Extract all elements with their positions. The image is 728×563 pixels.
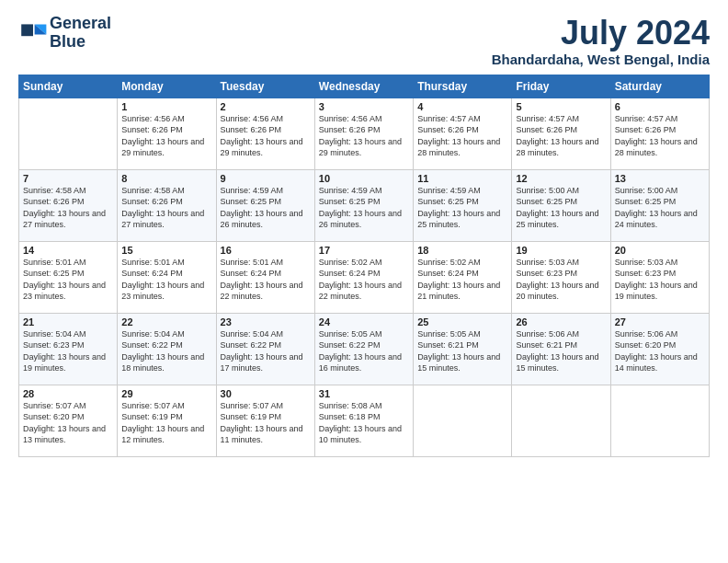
day-number: 20 bbox=[615, 245, 705, 256]
day-info: Sunrise: 4:58 AMSunset: 6:26 PMDaylight:… bbox=[121, 185, 211, 231]
table-row: 14Sunrise: 5:01 AMSunset: 6:25 PMDayligh… bbox=[19, 241, 118, 313]
day-info: Sunrise: 4:58 AMSunset: 6:26 PMDaylight:… bbox=[23, 185, 113, 231]
calendar-week-row: 28Sunrise: 5:07 AMSunset: 6:20 PMDayligh… bbox=[19, 385, 710, 456]
header-sunday: Sunday bbox=[19, 75, 118, 98]
table-row: 9Sunrise: 4:59 AMSunset: 6:25 PMDaylight… bbox=[216, 169, 314, 241]
logo: General Blue bbox=[18, 15, 111, 52]
logo-line2: Blue bbox=[50, 33, 111, 52]
day-number: 11 bbox=[417, 173, 507, 184]
table-row: 28Sunrise: 5:07 AMSunset: 6:20 PMDayligh… bbox=[19, 385, 118, 456]
day-number: 16 bbox=[221, 245, 311, 256]
month-title: July 2024 bbox=[492, 15, 710, 52]
day-number: 23 bbox=[221, 316, 311, 327]
table-row: 27Sunrise: 5:06 AMSunset: 6:20 PMDayligh… bbox=[610, 313, 709, 385]
day-number: 14 bbox=[23, 245, 113, 256]
header-tuesday: Tuesday bbox=[216, 75, 314, 98]
logo-text: General Blue bbox=[50, 15, 111, 52]
calendar-week-row: 21Sunrise: 5:04 AMSunset: 6:23 PMDayligh… bbox=[19, 313, 710, 385]
table-row bbox=[610, 385, 709, 456]
day-number: 28 bbox=[23, 388, 113, 399]
table-row: 31Sunrise: 5:08 AMSunset: 6:18 PMDayligh… bbox=[314, 385, 413, 456]
day-number: 10 bbox=[319, 173, 409, 184]
day-info: Sunrise: 5:07 AMSunset: 6:20 PMDaylight:… bbox=[23, 400, 113, 446]
table-row: 15Sunrise: 5:01 AMSunset: 6:24 PMDayligh… bbox=[118, 241, 216, 313]
table-row: 19Sunrise: 5:03 AMSunset: 6:23 PMDayligh… bbox=[512, 241, 610, 313]
day-info: Sunrise: 4:56 AMSunset: 6:26 PMDaylight:… bbox=[319, 113, 409, 159]
day-number: 15 bbox=[121, 245, 211, 256]
day-number: 4 bbox=[417, 101, 507, 112]
svg-rect-3 bbox=[21, 24, 33, 36]
day-info: Sunrise: 5:07 AMSunset: 6:19 PMDaylight:… bbox=[121, 400, 211, 446]
table-row: 7Sunrise: 4:58 AMSunset: 6:26 PMDaylight… bbox=[19, 169, 118, 241]
day-info: Sunrise: 4:59 AMSunset: 6:25 PMDaylight:… bbox=[319, 185, 409, 231]
table-row: 13Sunrise: 5:00 AMSunset: 6:25 PMDayligh… bbox=[610, 169, 709, 241]
table-row: 16Sunrise: 5:01 AMSunset: 6:24 PMDayligh… bbox=[216, 241, 314, 313]
day-number: 8 bbox=[121, 173, 211, 184]
day-number: 31 bbox=[319, 388, 409, 399]
table-row bbox=[19, 98, 118, 169]
table-row: 10Sunrise: 4:59 AMSunset: 6:25 PMDayligh… bbox=[314, 169, 413, 241]
table-row: 6Sunrise: 4:57 AMSunset: 6:26 PMDaylight… bbox=[610, 98, 709, 169]
day-info: Sunrise: 5:01 AMSunset: 6:25 PMDaylight:… bbox=[23, 257, 113, 303]
day-info: Sunrise: 5:00 AMSunset: 6:25 PMDaylight:… bbox=[615, 185, 705, 231]
table-row: 24Sunrise: 5:05 AMSunset: 6:22 PMDayligh… bbox=[314, 313, 413, 385]
table-row: 29Sunrise: 5:07 AMSunset: 6:19 PMDayligh… bbox=[118, 385, 216, 456]
day-info: Sunrise: 5:05 AMSunset: 6:22 PMDaylight:… bbox=[319, 328, 409, 374]
table-row: 30Sunrise: 5:07 AMSunset: 6:19 PMDayligh… bbox=[216, 385, 314, 456]
day-info: Sunrise: 5:04 AMSunset: 6:22 PMDaylight:… bbox=[121, 328, 211, 374]
table-row: 12Sunrise: 5:00 AMSunset: 6:25 PMDayligh… bbox=[512, 169, 610, 241]
day-info: Sunrise: 5:06 AMSunset: 6:20 PMDaylight:… bbox=[615, 328, 705, 374]
day-info: Sunrise: 5:01 AMSunset: 6:24 PMDaylight:… bbox=[221, 257, 311, 303]
day-info: Sunrise: 5:00 AMSunset: 6:25 PMDaylight:… bbox=[516, 185, 606, 231]
table-row: 26Sunrise: 5:06 AMSunset: 6:21 PMDayligh… bbox=[512, 313, 610, 385]
day-number: 6 bbox=[615, 101, 705, 112]
day-info: Sunrise: 5:02 AMSunset: 6:24 PMDaylight:… bbox=[417, 257, 507, 303]
day-info: Sunrise: 5:03 AMSunset: 6:23 PMDaylight:… bbox=[615, 257, 705, 303]
calendar-week-row: 1Sunrise: 4:56 AMSunset: 6:26 PMDaylight… bbox=[19, 98, 710, 169]
table-row: 23Sunrise: 5:04 AMSunset: 6:22 PMDayligh… bbox=[216, 313, 314, 385]
title-block: July 2024 Bhandardaha, West Bengal, Indi… bbox=[492, 15, 710, 67]
header-wednesday: Wednesday bbox=[314, 75, 413, 98]
table-row: 11Sunrise: 4:59 AMSunset: 6:25 PMDayligh… bbox=[414, 169, 512, 241]
table-row: 4Sunrise: 4:57 AMSunset: 6:26 PMDaylight… bbox=[414, 98, 512, 169]
day-info: Sunrise: 5:04 AMSunset: 6:22 PMDaylight:… bbox=[221, 328, 311, 374]
day-info: Sunrise: 4:59 AMSunset: 6:25 PMDaylight:… bbox=[417, 185, 507, 231]
day-info: Sunrise: 4:56 AMSunset: 6:26 PMDaylight:… bbox=[121, 113, 211, 159]
day-number: 18 bbox=[417, 245, 507, 256]
day-info: Sunrise: 5:08 AMSunset: 6:18 PMDaylight:… bbox=[319, 400, 409, 446]
day-number: 2 bbox=[221, 101, 311, 112]
day-info: Sunrise: 4:57 AMSunset: 6:26 PMDaylight:… bbox=[417, 113, 507, 159]
calendar-week-row: 7Sunrise: 4:58 AMSunset: 6:26 PMDaylight… bbox=[19, 169, 710, 241]
calendar-week-row: 14Sunrise: 5:01 AMSunset: 6:25 PMDayligh… bbox=[19, 241, 710, 313]
table-row: 25Sunrise: 5:05 AMSunset: 6:21 PMDayligh… bbox=[414, 313, 512, 385]
day-info: Sunrise: 4:57 AMSunset: 6:26 PMDaylight:… bbox=[615, 113, 705, 159]
day-info: Sunrise: 4:59 AMSunset: 6:25 PMDaylight:… bbox=[221, 185, 311, 231]
table-row: 3Sunrise: 4:56 AMSunset: 6:26 PMDaylight… bbox=[314, 98, 413, 169]
table-row: 8Sunrise: 4:58 AMSunset: 6:26 PMDaylight… bbox=[118, 169, 216, 241]
calendar-header-row: Sunday Monday Tuesday Wednesday Thursday… bbox=[19, 75, 710, 98]
day-number: 3 bbox=[319, 101, 409, 112]
logo-icon bbox=[18, 18, 48, 48]
day-info: Sunrise: 5:07 AMSunset: 6:19 PMDaylight:… bbox=[221, 400, 311, 446]
header-saturday: Saturday bbox=[610, 75, 709, 98]
day-number: 26 bbox=[516, 316, 606, 327]
table-row: 22Sunrise: 5:04 AMSunset: 6:22 PMDayligh… bbox=[118, 313, 216, 385]
day-number: 17 bbox=[319, 245, 409, 256]
table-row: 20Sunrise: 5:03 AMSunset: 6:23 PMDayligh… bbox=[610, 241, 709, 313]
table-row: 21Sunrise: 5:04 AMSunset: 6:23 PMDayligh… bbox=[19, 313, 118, 385]
day-number: 7 bbox=[23, 173, 113, 184]
location: Bhandardaha, West Bengal, India bbox=[492, 52, 710, 67]
day-number: 24 bbox=[319, 316, 409, 327]
table-row: 1Sunrise: 4:56 AMSunset: 6:26 PMDaylight… bbox=[118, 98, 216, 169]
day-number: 5 bbox=[516, 101, 606, 112]
day-number: 1 bbox=[121, 101, 211, 112]
day-number: 29 bbox=[121, 388, 211, 399]
day-info: Sunrise: 5:06 AMSunset: 6:21 PMDaylight:… bbox=[516, 328, 606, 374]
day-number: 9 bbox=[221, 173, 311, 184]
day-info: Sunrise: 5:04 AMSunset: 6:23 PMDaylight:… bbox=[23, 328, 113, 374]
day-info: Sunrise: 5:01 AMSunset: 6:24 PMDaylight:… bbox=[121, 257, 211, 303]
day-number: 27 bbox=[615, 316, 705, 327]
day-number: 13 bbox=[615, 173, 705, 184]
day-number: 22 bbox=[121, 316, 211, 327]
table-row: 2Sunrise: 4:56 AMSunset: 6:26 PMDaylight… bbox=[216, 98, 314, 169]
